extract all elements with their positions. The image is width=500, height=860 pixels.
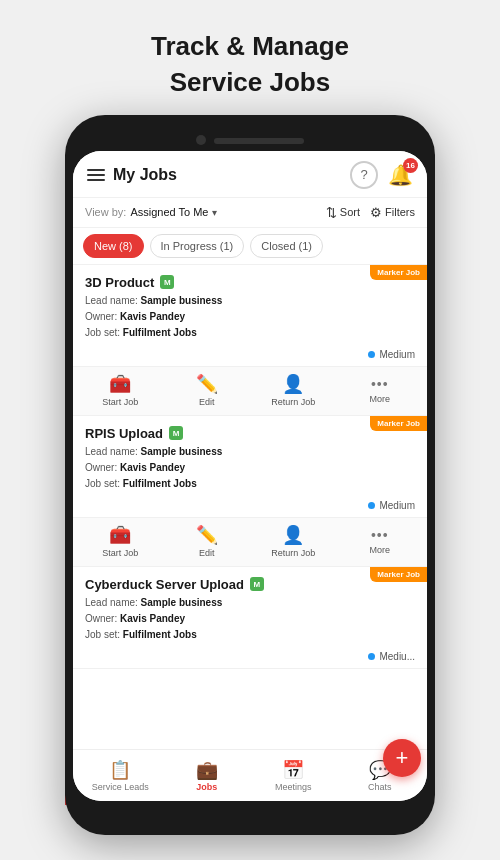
nav-service-leads[interactable]: 📋 Service Leads <box>77 759 164 792</box>
marker-tag-3: Marker Job <box>370 567 427 582</box>
start-job-icon-2: 🧰 <box>109 524 131 546</box>
phone-screen: My Jobs ? 🔔 16 View by: Assigned To Me ▾ <box>73 151 427 801</box>
return-job-button-2[interactable]: 👤 Return Job <box>250 524 337 558</box>
bottom-nav: 📋 Service Leads 💼 Jobs 📅 Meetings 💬 Chat… <box>73 749 427 801</box>
more-button-2[interactable]: ••• More <box>337 527 424 555</box>
service-leads-label: Service Leads <box>92 782 149 792</box>
fab-add-button[interactable]: + <box>383 739 421 777</box>
phone-outer: My Jobs ? 🔔 16 View by: Assigned To Me ▾ <box>65 115 435 835</box>
more-icon-1: ••• <box>371 376 389 392</box>
start-job-icon-1: 🧰 <box>109 373 131 395</box>
chats-label: Chats <box>368 782 392 792</box>
filter-button[interactable]: ⚙ Filters <box>370 205 415 220</box>
edit-button-1[interactable]: ✏️ Edit <box>164 373 251 407</box>
view-by-label: View by: <box>85 206 126 218</box>
more-label-2: More <box>369 545 390 555</box>
job-card-2: Marker Job RPIS Upload M Lead name: Samp… <box>73 416 427 567</box>
priority-label-1: Medium <box>379 349 415 360</box>
return-job-icon-2: 👤 <box>282 524 304 546</box>
return-job-label-1: Return Job <box>271 397 315 407</box>
nav-jobs[interactable]: 💼 Jobs <box>164 759 251 792</box>
edit-icon-2: ✏️ <box>196 524 218 546</box>
priority-dot-3 <box>368 653 375 660</box>
return-job-icon-1: 👤 <box>282 373 304 395</box>
top-bar: My Jobs ? 🔔 16 <box>73 151 427 198</box>
page-title-line1: Track & Manage <box>151 28 349 64</box>
priority-label-2: Medium <box>379 500 415 511</box>
notification-button[interactable]: 🔔 16 <box>388 163 413 187</box>
jobs-label: Jobs <box>196 782 217 792</box>
view-by-value: Assigned To Me <box>130 206 208 218</box>
notification-badge: 16 <box>403 158 418 173</box>
tab-new[interactable]: New (8) <box>83 234 144 258</box>
start-job-label-1: Start Job <box>102 397 138 407</box>
service-leads-icon: 📋 <box>109 759 131 781</box>
edit-icon-1: ✏️ <box>196 373 218 395</box>
chevron-down-icon: ▾ <box>212 207 217 218</box>
tab-in-progress[interactable]: In Progress (1) <box>150 234 245 258</box>
job-title-1: 3D Product <box>85 275 154 290</box>
m-badge-2: M <box>169 426 183 440</box>
jobs-icon: 💼 <box>196 759 218 781</box>
sort-icon: ⇅ <box>326 205 337 220</box>
start-job-label-2: Start Job <box>102 548 138 558</box>
hamburger-icon[interactable] <box>87 169 105 181</box>
meetings-icon: 📅 <box>282 759 304 781</box>
job-card-1: Marker Job 3D Product M Lead name: Sampl… <box>73 265 427 416</box>
tab-closed[interactable]: Closed (1) <box>250 234 323 258</box>
job-title-3: Cyberduck Server Upload <box>85 577 244 592</box>
tabs-row: New (8) In Progress (1) Closed (1) <box>73 228 427 265</box>
job-meta-3: Lead name: Sample business Owner: Kavis … <box>85 595 415 643</box>
priority-dot-2 <box>368 502 375 509</box>
more-icon-2: ••• <box>371 527 389 543</box>
meetings-label: Meetings <box>275 782 312 792</box>
action-bar-1: 🧰 Start Job ✏️ Edit 👤 Return Job ••• <box>73 366 427 415</box>
job-card-3: Marker Job Cyberduck Server Upload M Lea… <box>73 567 427 669</box>
edit-label-1: Edit <box>199 397 215 407</box>
topbar-title: My Jobs <box>113 166 177 184</box>
job-meta-1: Lead name: Sample business Owner: Kavis … <box>85 293 415 341</box>
filter-bar: View by: Assigned To Me ▾ ⇅ Sort ⚙ Filte… <box>73 198 427 228</box>
edit-label-2: Edit <box>199 548 215 558</box>
page-title-line2: Service Jobs <box>151 64 349 100</box>
more-button-1[interactable]: ••• More <box>337 376 424 404</box>
job-title-2: RPIS Upload <box>85 426 163 441</box>
priority-label-3: Mediu... <box>379 651 415 662</box>
edit-button-2[interactable]: ✏️ Edit <box>164 524 251 558</box>
job-list: Marker Job 3D Product M Lead name: Sampl… <box>73 265 427 749</box>
sort-label: Sort <box>340 206 360 218</box>
help-icon[interactable]: ? <box>350 161 378 189</box>
filter-label: Filters <box>385 206 415 218</box>
page-header: Track & Manage Service Jobs <box>151 0 349 115</box>
action-bar-2: 🧰 Start Job ✏️ Edit 👤 Return Job ••• <box>73 517 427 566</box>
return-job-label-2: Return Job <box>271 548 315 558</box>
job-meta-2: Lead name: Sample business Owner: Kavis … <box>85 444 415 492</box>
m-badge-3: M <box>250 577 264 591</box>
marker-tag-1: Marker Job <box>370 265 427 280</box>
filter-icon: ⚙ <box>370 205 382 220</box>
priority-dot-1 <box>368 351 375 358</box>
return-job-button-1[interactable]: 👤 Return Job <box>250 373 337 407</box>
m-badge-1: M <box>160 275 174 289</box>
sort-button[interactable]: ⇅ Sort <box>326 205 360 220</box>
view-by-selector[interactable]: View by: Assigned To Me ▾ <box>85 206 217 218</box>
start-job-button-2[interactable]: 🧰 Start Job <box>77 524 164 558</box>
speaker <box>214 138 304 144</box>
more-label-1: More <box>369 394 390 404</box>
camera <box>196 135 206 145</box>
start-job-button-1[interactable]: 🧰 Start Job <box>77 373 164 407</box>
marker-tag-2: Marker Job <box>370 416 427 431</box>
nav-meetings[interactable]: 📅 Meetings <box>250 759 337 792</box>
